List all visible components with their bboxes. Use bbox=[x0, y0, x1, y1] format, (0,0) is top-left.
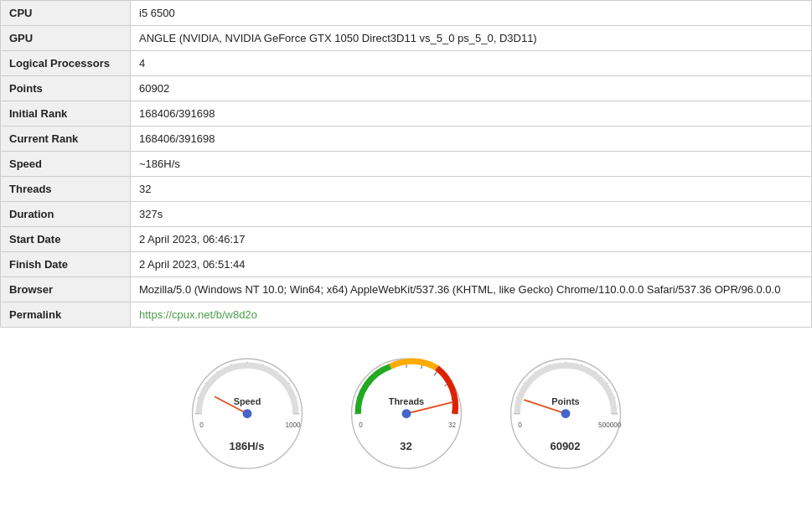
table-value-4: 168406/391698 bbox=[131, 101, 812, 127]
table-label-12: Permalink bbox=[1, 302, 131, 328]
info-table: CPUi5 6500GPUANGLE (NVIDIA, NVIDIA GeFor… bbox=[0, 0, 812, 328]
table-label-4: Initial Rank bbox=[1, 101, 131, 127]
table-label-9: Start Date bbox=[1, 227, 131, 252]
table-label-7: Threads bbox=[1, 177, 131, 202]
table-label-6: Speed bbox=[1, 152, 131, 177]
points-value-label: 60902 bbox=[550, 440, 580, 452]
svg-point-50 bbox=[561, 409, 570, 418]
points-gauge-svg: Points 0 500000 bbox=[499, 353, 633, 437]
svg-text:0: 0 bbox=[359, 421, 363, 429]
table-value-2: 4 bbox=[131, 51, 812, 76]
table-value-6: ~186H/s bbox=[131, 152, 812, 177]
permalink-link[interactable]: https://cpux.net/b/w8d2o bbox=[139, 308, 257, 321]
table-value-8: 327s bbox=[131, 202, 812, 227]
table-label-10: Finish Date bbox=[1, 252, 131, 277]
table-value-7: 32 bbox=[131, 177, 812, 202]
points-gauge-container: Points 0 500000 60902 bbox=[499, 353, 633, 452]
table-value-1: ANGLE (NVIDIA, NVIDIA GeForce GTX 1050 D… bbox=[131, 26, 812, 51]
svg-text:Points: Points bbox=[551, 396, 579, 406]
svg-point-33 bbox=[401, 409, 411, 418]
svg-text:Threads: Threads bbox=[388, 396, 423, 406]
threads-gauge-container: Threads 0 32 32 bbox=[339, 353, 473, 452]
table-value-12[interactable]: https://cpux.net/b/w8d2o bbox=[131, 302, 812, 328]
table-label-2: Logical Processors bbox=[1, 51, 131, 76]
table-value-11: Mozilla/5.0 (Windows NT 10.0; Win64; x64… bbox=[131, 277, 812, 302]
svg-text:32: 32 bbox=[447, 421, 456, 429]
table-value-3: 60902 bbox=[131, 76, 812, 101]
table-value-9: 2 April 2023, 06:46:17 bbox=[131, 227, 812, 252]
svg-text:0: 0 bbox=[199, 421, 204, 429]
table-label-0: CPU bbox=[1, 1, 131, 26]
gauges-row: Speed 0 1000 186H/s bbox=[0, 336, 812, 461]
table-value-10: 2 April 2023, 06:51:44 bbox=[131, 252, 812, 277]
table-label-1: GPU bbox=[1, 26, 131, 51]
speed-gauge-container: Speed 0 1000 186H/s bbox=[180, 353, 314, 452]
table-label-8: Duration bbox=[1, 202, 131, 227]
svg-point-16 bbox=[242, 409, 251, 418]
speed-gauge-svg: Speed 0 1000 bbox=[180, 353, 314, 437]
table-label-11: Browser bbox=[1, 277, 131, 302]
table-label-3: Points bbox=[1, 76, 131, 101]
svg-text:0: 0 bbox=[518, 421, 522, 429]
threads-value-label: 32 bbox=[400, 440, 411, 452]
speed-value-label: 186H/s bbox=[230, 440, 265, 452]
svg-text:Speed: Speed bbox=[233, 396, 261, 406]
threads-gauge-svg: Threads 0 32 bbox=[339, 353, 473, 437]
svg-text:1000: 1000 bbox=[285, 421, 301, 429]
svg-text:500000: 500000 bbox=[598, 421, 622, 429]
table-value-5: 168406/391698 bbox=[131, 127, 812, 152]
table-label-5: Current Rank bbox=[1, 127, 131, 152]
table-value-0: i5 6500 bbox=[131, 1, 812, 26]
